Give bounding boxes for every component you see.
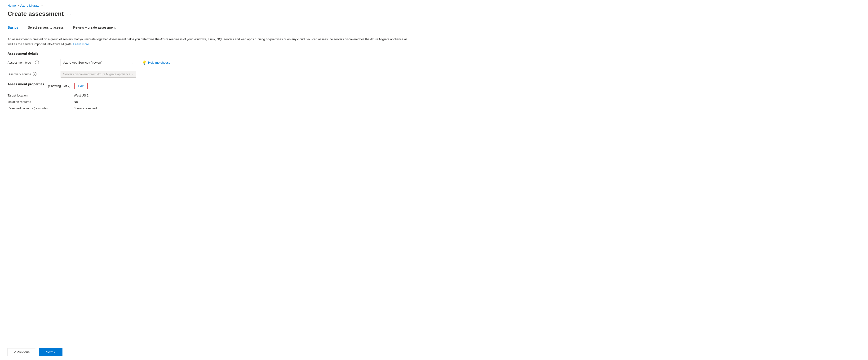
- property-value-isolation-required: No: [74, 100, 78, 104]
- tab-select-servers[interactable]: Select servers to assess: [23, 23, 68, 32]
- bulb-icon: 💡: [142, 60, 147, 65]
- tab-review-create[interactable]: Review + create assessment: [68, 23, 120, 32]
- assessment-type-value: Azure App Service (Preview): [63, 61, 102, 64]
- breadcrumb-home[interactable]: Home: [7, 4, 16, 7]
- property-value-reserved-capacity: 3 years reserved: [74, 106, 97, 110]
- assessment-properties-header: Assessment properties: [7, 82, 44, 86]
- discovery-source-value: Servers discovered from Azure Migrate ap…: [63, 72, 130, 76]
- property-row-reserved-capacity: Reserved capacity (compute) 3 years rese…: [7, 106, 418, 110]
- next-button[interactable]: Next >: [39, 348, 62, 356]
- assessment-properties-section: Assessment properties (Showing 3 of 7) E…: [7, 82, 418, 110]
- assessment-type-dropdown[interactable]: Azure App Service (Preview) ⌄: [61, 59, 136, 66]
- previous-button[interactable]: < Previous: [7, 348, 36, 356]
- discovery-source-row: Discovery source i Servers discovered fr…: [7, 71, 418, 77]
- property-label-target-location: Target location: [7, 94, 74, 97]
- showing-count: (Showing 3 of 7): [48, 84, 70, 88]
- footer: < Previous Next >: [0, 344, 868, 360]
- discovery-source-info-icon[interactable]: i: [33, 72, 36, 76]
- description-text: An assessment is created on a group of s…: [7, 37, 410, 47]
- help-me-choose-link[interactable]: 💡 Help me choose: [142, 60, 170, 65]
- required-indicator: *: [32, 61, 34, 64]
- edit-button[interactable]: Edit: [74, 83, 88, 89]
- assessment-type-row: Assessment type * i Azure App Service (P…: [7, 59, 418, 66]
- assessment-type-label: Assessment type * i: [7, 61, 55, 64]
- tab-basics[interactable]: Basics: [7, 23, 23, 32]
- assessment-type-info-icon[interactable]: i: [35, 61, 39, 64]
- breadcrumb: Home > Azure Migrate >: [7, 4, 418, 7]
- breadcrumb-azure-migrate[interactable]: Azure Migrate: [20, 4, 39, 7]
- page-title-row: Create assessment ···: [7, 10, 418, 18]
- assessment-details-header: Assessment details: [7, 52, 418, 55]
- learn-more-link[interactable]: Learn more.: [73, 42, 90, 46]
- property-row-target-location: Target location West US 2: [7, 94, 418, 97]
- discovery-source-dropdown-arrow: ⌄: [131, 72, 134, 76]
- properties-list: Target location West US 2 Isolation requ…: [7, 94, 418, 110]
- section-divider: [7, 116, 418, 116]
- page-title: Create assessment: [7, 10, 64, 18]
- property-row-isolation-required: Isolation required No: [7, 100, 418, 104]
- property-label-isolation-required: Isolation required: [7, 100, 74, 104]
- breadcrumb-separator-2: >: [41, 4, 42, 7]
- discovery-source-label: Discovery source i: [7, 72, 55, 76]
- breadcrumb-separator-1: >: [17, 4, 19, 7]
- properties-header-row: Assessment properties (Showing 3 of 7) E…: [7, 82, 418, 90]
- property-label-reserved-capacity: Reserved capacity (compute): [7, 106, 74, 110]
- assessment-type-dropdown-arrow: ⌄: [131, 61, 134, 64]
- property-value-target-location: West US 2: [74, 94, 89, 97]
- assessment-details-section: Assessment details Assessment type * i A…: [7, 52, 418, 77]
- discovery-source-dropdown[interactable]: Servers discovered from Azure Migrate ap…: [61, 71, 136, 77]
- tabs-container: Basics Select servers to assess Review +…: [7, 23, 418, 32]
- more-options-button[interactable]: ···: [66, 11, 72, 17]
